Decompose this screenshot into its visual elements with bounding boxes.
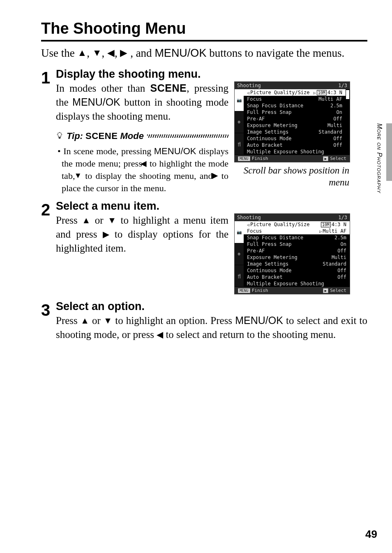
s1a: In modes other than: [56, 83, 150, 94]
s3a: Press: [56, 315, 81, 326]
scene-word: SCENE: [150, 82, 187, 94]
step-2-head: Select a menu item.: [56, 200, 367, 213]
camera-screen-1: Shooting1/3📷⚙🍴◁Picture Quality/Size▷10M4…: [234, 81, 350, 162]
step-1: 1 Display the shooting menu. In modes ot…: [41, 68, 367, 194]
tip-label: Tip:: [67, 131, 83, 141]
step-3-num: 3: [41, 300, 56, 342]
step-1-num: 1: [41, 68, 56, 194]
tip-scene: SCENE: [85, 131, 118, 141]
right-icon: ▶: [120, 49, 127, 58]
step-3-head: Select an option.: [56, 300, 367, 313]
s3e: to select and return to the shooting men…: [163, 329, 336, 340]
ta: In scene mode, pressing: [63, 146, 154, 156]
right-icon-3: ▶: [103, 230, 109, 239]
intro-c: buttons to navigate the menus.: [209, 47, 344, 59]
left-icon-3: ◀: [157, 331, 163, 339]
s2a: Press: [56, 215, 82, 226]
down-icon: ▼: [92, 49, 102, 58]
tip-header: Tip: SCENE Mode: [56, 129, 228, 143]
side-tab: [386, 123, 392, 181]
menu-ok-label: MENU/OK: [154, 47, 206, 59]
intro-text: Use the ▲, ▼, ◀, ▶ , and MENU/OK buttons…: [41, 46, 367, 60]
tip-mode: Mode: [120, 131, 143, 141]
left-icon: ◀: [107, 49, 115, 58]
page-number: 49: [365, 528, 377, 541]
down-icon-2: ▼: [78, 172, 82, 180]
sep: ,: [101, 47, 107, 59]
tip-body: • In scene mode, pressing MENU/OK displa…: [56, 145, 228, 194]
sep: ,: [115, 47, 120, 59]
up-icon: ▲: [77, 49, 87, 58]
up-icon-2: ▲: [82, 216, 90, 225]
step-2-num: 2: [41, 200, 56, 294]
up-icon-3: ▲: [81, 317, 89, 325]
menu-ok-label-2: MENU/OK: [72, 96, 120, 108]
s2b: or: [90, 215, 108, 226]
s3c: to highlight an option. Press: [112, 315, 235, 326]
step-2: 2 Select a menu item. Press ▲ or ▼ to hi…: [41, 200, 367, 294]
menu-ok-label-3: MENU/OK: [154, 146, 196, 156]
s3b: or: [89, 315, 104, 326]
camera-screen-2: Shooting1/3📷⚙🍴◁Picture Quality/Size10M4:…: [234, 213, 350, 294]
hatch-divider: [147, 134, 228, 138]
step-1-head: Display the shooting menu.: [56, 68, 367, 81]
sep: ,: [87, 47, 92, 59]
td: to display the shooting menu, and: [82, 171, 216, 181]
side-label: More on Photography: [376, 123, 383, 193]
right-icon-2: ▶: [216, 172, 218, 180]
down-icon-3: ▼: [108, 216, 116, 225]
step-3: 3 Select an option. Press ▲ or ▼ to high…: [41, 300, 367, 342]
bulb-icon: [56, 129, 63, 143]
down-icon-4: ▼: [104, 317, 112, 325]
intro-a: Use the: [41, 47, 77, 59]
intro-b: , and: [130, 47, 154, 59]
screen-caption: Scroll bar shows position in menu: [234, 165, 349, 189]
left-icon-2: ◀: [145, 160, 147, 168]
page-title: The Shooting Menu: [41, 20, 367, 42]
bullet: •: [58, 146, 61, 156]
menu-ok-label-4: MENU/OK: [235, 315, 283, 326]
